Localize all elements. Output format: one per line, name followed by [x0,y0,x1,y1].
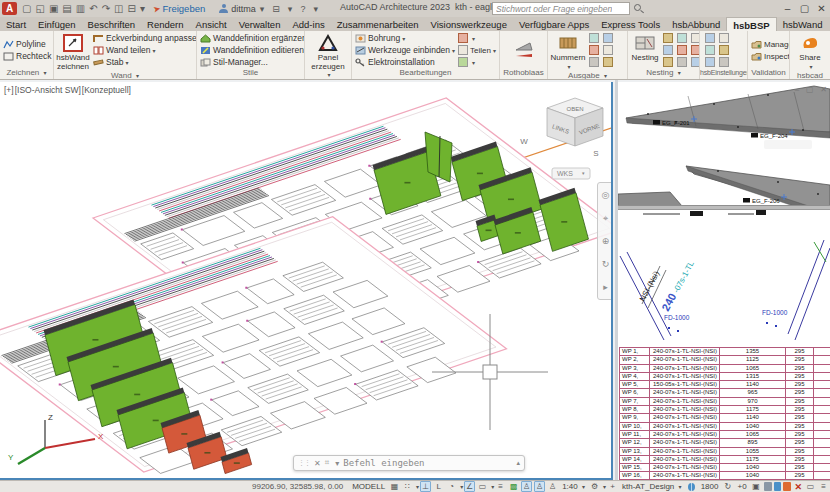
offset-value[interactable]: +0 [734,482,749,491]
cart-icon[interactable]: ⊟ [272,4,280,14]
viewport-visualstyle-control[interactable]: [Konzeptuell] [82,85,131,95]
machine-export-icon[interactable] [603,57,613,67]
teilen-button[interactable]: Teilen▾ [470,44,496,56]
rechteck-button[interactable]: Rechteck▾ [2,50,54,62]
polyline-button[interactable]: Polyline [2,38,54,50]
settings-block-icon[interactable] [719,45,729,55]
bohrung-button[interactable]: Bohrung▾ [354,32,455,44]
tab-verwalten[interactable]: Verwalten [233,17,287,31]
search-icon[interactable] [634,4,641,11]
lineweight-icon[interactable]: ≡ [495,481,506,492]
command-line[interactable]: ⋮⋮ ✕ ⌗ ▾ Befehl eingeben ▴ [293,455,525,471]
grid-display-icon[interactable]: ▦ [389,481,400,492]
export-drawing-icon[interactable] [589,57,599,67]
navigation-wheel-icon[interactable]: ◎ [602,190,610,200]
share-hsbcad-button[interactable]: Share▾ [793,32,827,71]
cutout-icon[interactable] [458,33,468,43]
panel-label[interactable]: hsbEinstellungen [700,68,747,79]
annotation-scale-button[interactable]: 1:40 ▾ [559,482,588,491]
panel-label[interactable]: Stile [197,68,304,79]
close-button[interactable]: ✕ [813,3,830,14]
nest-settings-icon[interactable] [691,33,700,43]
search-input[interactable]: Stichwort oder Frage eingeben [492,2,630,15]
tab-add-ins[interactable]: Add-ins [286,17,330,31]
autocad-logo-icon[interactable]: A [2,2,17,15]
wcs-selector[interactable]: WKS [557,170,573,177]
save-as-icon[interactable]: ▤ [62,3,71,14]
refresh-icon[interactable]: ↻ [722,481,733,492]
plot-output-icon[interactable] [603,33,613,43]
panel-label[interactable]: Wand ▾ [54,71,196,79]
viewcube-face-label[interactable]: W [520,137,528,146]
command-prompt[interactable]: Befehl eingeben [343,458,516,468]
viewcube-face-label[interactable]: OBEN [566,106,583,112]
tab-beschriften[interactable]: Beschriften [82,17,142,31]
isolate-objects-icon[interactable]: ▣ [751,481,762,492]
stil-manager-button[interactable]: Stil-Manager... [199,56,305,68]
annotation-autoscale-icon[interactable]: ♙ [534,481,545,492]
add-scale-icon[interactable]: + [607,481,618,492]
tab-visionswerkzeuge[interactable]: Visionswerkzeuge [425,17,513,31]
settings-grid-icon[interactable] [705,57,715,67]
chevron-down-icon[interactable]: ▾ [491,483,494,490]
werkzeuge-einbinden-button[interactable]: Werkzeuge einbinden▾ [354,44,455,56]
nest-sheet-icon[interactable] [663,33,673,43]
viewcube-face-label[interactable]: S [593,149,598,158]
user-avatar-icon[interactable] [219,4,228,13]
share-button[interactable]: ➤ Freigeben [153,3,205,14]
hsbwand-zeichnen-button[interactable]: hsbWand zeichnen [56,32,90,71]
nest-delete-icon[interactable] [691,45,700,55]
settings-list-icon[interactable] [719,33,729,43]
panel-label[interactable]: hsbcad [790,71,830,79]
sheetset-icon[interactable]: ⊟ [128,3,136,14]
tab-rendern[interactable]: Rendern [141,17,189,31]
new-file-icon[interactable]: ▢ [22,3,31,14]
redo-icon[interactable]: ↷ [102,3,110,14]
rothoblaas-wedge-icon[interactable] [514,41,534,53]
eckverbindung-anpassen-button[interactable]: Eckverbindung anpassen▾ [92,32,197,44]
tab-express-tools[interactable]: Express Tools [595,17,666,31]
dimension-value[interactable]: 1800 [698,482,722,491]
model-viewport[interactable]: [+][ISO-Ansicht SW][Konzeptuell] ZXYOBEN… [0,82,613,480]
validation-manager-button[interactable]: Manager [750,38,790,50]
macro-icon[interactable] [458,57,468,67]
close-command-icon[interactable]: ✕ [314,459,321,468]
navbar-more-icon[interactable]: ▸ [603,282,608,292]
wanddefinition-ergaenzen-button[interactable]: Wanddefinition ergänzen [199,32,305,44]
navigation-bar[interactable]: ◎⌖⊕↻▸ [597,182,613,300]
object-snap-icon[interactable]: ∠ [464,481,475,492]
panel-label[interactable]: Rothoblaas [500,68,547,79]
divide-icon[interactable] [458,45,468,55]
zoom-icon[interactable]: ⊕ [602,236,610,246]
tab-verf-gbare-apps[interactable]: Verfügbare Apps [513,17,595,31]
ortho-icon[interactable]: L [433,481,444,492]
username-label[interactable]: dittma [231,4,256,14]
rothoblaas-blade-icon[interactable] [514,53,534,59]
restore-button[interactable]: ▢ [796,3,813,14]
nest-report-icon[interactable] [677,57,687,67]
tab-hsbbsp[interactable]: hsbBSP [726,17,776,31]
panel-label[interactable]: Zeichnen ▾ [0,68,53,79]
wanddefinition-editieren-button[interactable]: Wanddefinition editieren [199,44,305,56]
pan-icon[interactable]: ⌖ [603,213,608,223]
save-icon[interactable]: ▣ [49,3,58,14]
collision-check-icon[interactable] [589,45,599,55]
polar-tracking-icon[interactable]: ◔ [446,481,457,492]
help-icon[interactable]: ? [300,4,305,14]
orbit-icon[interactable]: ↻ [602,259,610,269]
customization-menu-icon[interactable]: ≡ [818,481,829,492]
recent-commands-icon[interactable]: ▾ [335,459,339,468]
image-output-icon[interactable] [603,45,613,55]
tab-hsbabbund[interactable]: hsbAbbund [666,17,726,31]
pane-restore-button[interactable]: ▢ [806,85,814,94]
user-dropdown-icon[interactable]: ▾ [260,4,265,14]
detail-pane-bottom[interactable]: 240-07s-1-TLNSI-(Nsi)FD-1000FD-1000 WP 1… [618,210,830,480]
chevron-down-icon[interactable]: ▾ [472,59,475,66]
tab-zusammenarbeiten[interactable]: Zusammenarbeiten [331,17,425,31]
panel-erzeugen-button[interactable]: Panel erzeugen▾ [306,32,350,79]
nest-table-icon[interactable] [691,57,700,67]
panel-label[interactable]: Ausgabe ▾ [548,71,627,79]
clean-screen-icon[interactable]: ▭ [805,481,816,492]
chevron-down-icon[interactable]: ▾ [416,483,419,490]
tab-ansicht[interactable]: Ansicht [190,17,233,31]
